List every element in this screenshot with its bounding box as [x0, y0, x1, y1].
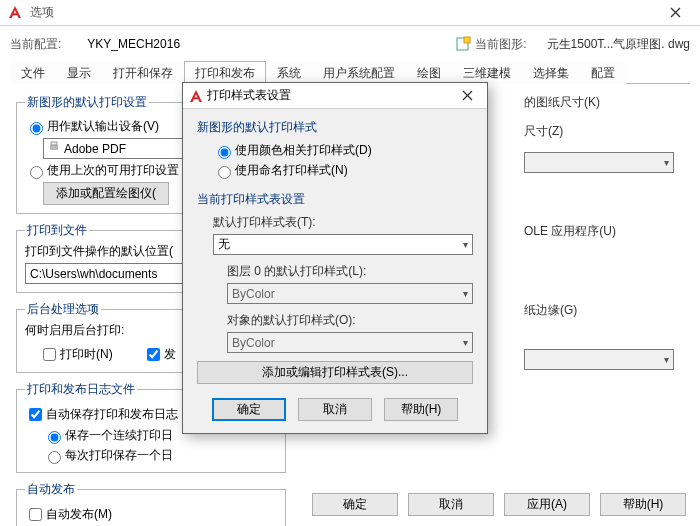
dialog-title: 打印样式表设置	[207, 87, 291, 104]
combo-default-device-value: Adobe PDF	[64, 142, 126, 156]
chevron-down-icon: ▾	[463, 288, 468, 299]
right-paper-size-label: 的图纸尺寸(K)	[524, 94, 684, 111]
right-edge-label: 纸边缘(G)	[524, 302, 684, 319]
svg-rect-2	[50, 145, 58, 150]
tab-file[interactable]: 文件	[10, 61, 56, 84]
main-cancel-button[interactable]: 取消	[408, 493, 494, 516]
check-auto-publish[interactable]	[29, 508, 42, 521]
group-default-plot-settings-title: 新图形的默认打印设置	[25, 94, 149, 111]
main-ok-button[interactable]: 确定	[312, 493, 398, 516]
group-auto-publish: 自动发布 自动发布(M) 自动发布设置(0)...	[16, 481, 286, 526]
chevron-down-icon: ▾	[664, 354, 669, 365]
tab-drafting[interactable]: 绘图	[406, 61, 452, 84]
tab-plot-publish[interactable]: 打印和发布	[184, 61, 266, 84]
app-icon	[8, 5, 24, 21]
group-log-files-title: 打印和发布日志文件	[25, 381, 137, 398]
combo-layer0-style[interactable]: ByColor ▾	[227, 283, 473, 304]
dlg-group1-title: 新图形的默认打印样式	[197, 119, 473, 136]
btn-add-edit-style-table[interactable]: 添加或编辑打印样式表(S)...	[197, 361, 473, 384]
group-plot-to-file-title: 打印到文件	[25, 222, 89, 239]
btn-config-plotter[interactable]: 添加或配置绘图仪(	[43, 182, 169, 205]
right-column: 的图纸尺寸(K) 尺寸(Z) ▾ OLE 应用程序(U) 纸边缘(G) ▾	[524, 94, 684, 370]
radio-named-style-label: 使用命名打印样式(N)	[235, 162, 348, 179]
check-publish-time-label: 发	[164, 346, 176, 363]
tab-user-prefs[interactable]: 用户系统配置	[312, 61, 406, 84]
svg-rect-1	[464, 37, 470, 43]
right-combo-2[interactable]: ▾	[524, 349, 674, 370]
chevron-down-icon: ▾	[664, 157, 669, 168]
right-ole-label: OLE 应用程序(U)	[524, 223, 684, 240]
lbl-layer0-style: 图层 0 的默认打印样式(L):	[227, 263, 473, 280]
tab-profiles[interactable]: 配置	[580, 61, 626, 84]
radio-color-style-label: 使用颜色相关打印样式(D)	[235, 142, 372, 159]
check-autosave-log[interactable]	[29, 408, 42, 421]
window-close-button[interactable]	[658, 2, 692, 24]
right-size-label: 尺寸(Z)	[524, 123, 684, 140]
combo-object-style-value: ByColor	[232, 336, 275, 350]
window-title: 选项	[30, 4, 54, 21]
chevron-down-icon: ▾	[463, 239, 468, 250]
tab-display[interactable]: 显示	[56, 61, 102, 84]
current-drawing-value: 元生1500T...气原理图. dwg	[547, 36, 690, 53]
radio-last-settings[interactable]	[30, 166, 43, 179]
dlg-group2-title: 当前打印样式表设置	[197, 191, 473, 208]
printer-icon	[48, 141, 60, 156]
current-drawing-label: 当前图形:	[475, 36, 526, 53]
combo-default-style-table[interactable]: 无 ▾	[213, 234, 473, 255]
svg-rect-3	[51, 142, 57, 145]
tab-system[interactable]: 系统	[266, 61, 312, 84]
dlg-ok-button[interactable]: 确定	[212, 398, 286, 421]
check-auto-publish-label: 自动发布(M)	[46, 506, 112, 523]
combo-layer0-style-value: ByColor	[232, 287, 275, 301]
radio-one-log[interactable]	[48, 431, 61, 444]
lbl-default-style-table: 默认打印样式表(T):	[213, 214, 473, 231]
drawing-icon	[455, 36, 471, 52]
lbl-object-style: 对象的默认打印样式(O):	[227, 312, 473, 329]
dlg-help-button[interactable]: 帮助(H)	[384, 398, 458, 421]
current-profile-label: 当前配置:	[10, 36, 61, 53]
dlg-cancel-button[interactable]: 取消	[298, 398, 372, 421]
check-print-time[interactable]	[43, 348, 56, 361]
combo-default-style-table-value: 无	[218, 236, 230, 253]
radio-color-style[interactable]	[218, 146, 231, 159]
current-profile-value: YKY_MECH2016	[87, 37, 180, 51]
check-autosave-log-label: 自动保存打印和发布日志	[46, 406, 178, 423]
tab-bar: 文件 显示 打开和保存 打印和发布 系统 用户系统配置 绘图 三维建模 选择集 …	[10, 60, 690, 84]
combo-object-style[interactable]: ByColor ▾	[227, 332, 473, 353]
check-print-time-label: 打印时(N)	[60, 346, 113, 363]
tab-3d-modeling[interactable]: 三维建模	[452, 61, 522, 84]
tab-open-save[interactable]: 打开和保存	[102, 61, 184, 84]
group-auto-publish-title: 自动发布	[25, 481, 77, 498]
radio-each-log[interactable]	[48, 451, 61, 464]
radio-default-device[interactable]	[30, 122, 43, 135]
radio-named-style[interactable]	[218, 166, 231, 179]
right-combo-1[interactable]: ▾	[524, 152, 674, 173]
radio-one-log-label: 保存一个连续打印日	[65, 427, 173, 444]
main-apply-button[interactable]: 应用(A)	[504, 493, 590, 516]
tab-selection[interactable]: 选择集	[522, 61, 580, 84]
plot-to-file-path[interactable]: C:\Users\wh\documents	[25, 263, 185, 284]
dialog-plot-style-table: 打印样式表设置 新图形的默认打印样式 使用颜色相关打印样式(D) 使用命名打印样…	[182, 82, 488, 434]
dialog-app-icon	[189, 89, 203, 103]
radio-default-device-label: 用作默认输出设备(V)	[47, 118, 159, 135]
dialog-close-button[interactable]	[453, 86, 481, 106]
main-help-button[interactable]: 帮助(H)	[600, 493, 686, 516]
chevron-down-icon: ▾	[463, 337, 468, 348]
group-background-title: 后台处理选项	[25, 301, 101, 318]
check-publish-time[interactable]	[147, 348, 160, 361]
radio-each-log-label: 每次打印保存一个日	[65, 447, 173, 464]
radio-last-settings-label: 使用上次的可用打印设置	[47, 162, 179, 179]
